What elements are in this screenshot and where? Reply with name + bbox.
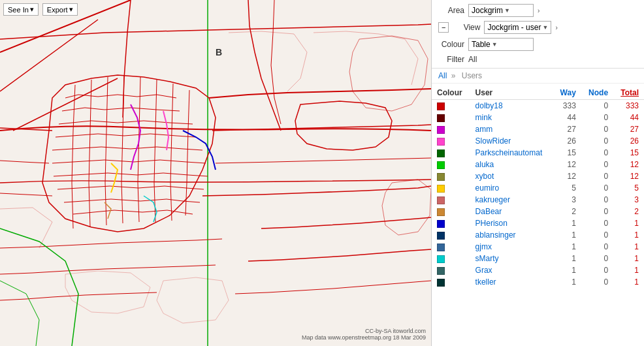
view-dropdown-arrow: ▼: [542, 24, 548, 31]
way-cell: 12: [553, 159, 581, 170]
user-cell: eumiro: [470, 182, 553, 194]
node-cell: 0: [581, 253, 613, 264]
colour-cell: [432, 135, 470, 147]
color-swatch: [437, 114, 445, 122]
view-label: View: [454, 23, 480, 32]
user-link[interactable]: SlowRider: [475, 136, 511, 146]
total-cell: 27: [613, 123, 644, 135]
user-cell: amm: [470, 123, 553, 135]
view-value: Jockgrim - user: [487, 23, 541, 32]
way-cell: 1: [553, 217, 581, 229]
user-link[interactable]: ablansinger: [475, 230, 516, 240]
way-cell: 26: [553, 135, 581, 147]
colour-cell: [432, 159, 470, 170]
user-link[interactable]: dolby18: [475, 101, 503, 110]
user-link[interactable]: Parkscheinautomat: [475, 148, 543, 157]
filter-value: All: [468, 55, 477, 64]
map-area: B See In ▾ Export ▾ CC-by-SA itoworld.co…: [0, 0, 431, 346]
colour-label: Colour: [438, 40, 464, 49]
export-button[interactable]: Export ▾: [42, 3, 78, 16]
view-minus-button[interactable]: −: [438, 22, 449, 33]
user-link[interactable]: amm: [475, 125, 493, 134]
table-body: dolby183330333mink44044amm27027SlowRider…: [432, 100, 644, 289]
node-cell: 0: [581, 217, 613, 229]
node-cell: 0: [581, 241, 613, 253]
view-chevron[interactable]: ›: [555, 24, 557, 31]
user-cell: dolby18: [470, 100, 553, 112]
table-row: dolby183330333: [432, 100, 644, 112]
user-link[interactable]: mink: [475, 113, 492, 122]
user-link[interactable]: kakrueger: [475, 195, 510, 204]
color-swatch: [437, 220, 445, 228]
area-value: Jockgrim: [472, 6, 503, 15]
total-cell: 1: [613, 264, 644, 276]
user-cell: Grax: [470, 264, 553, 276]
total-cell: 3: [613, 194, 644, 206]
user-cell: aluka: [470, 159, 553, 170]
way-cell: 1: [553, 264, 581, 276]
way-cell: 27: [553, 123, 581, 135]
way-cell: 333: [553, 100, 581, 112]
table-row: eumiro505: [432, 182, 644, 194]
node-cell: 0: [581, 264, 613, 276]
table-row: Parkscheinautomat15015: [432, 147, 644, 159]
table-row: SlowRider26026: [432, 135, 644, 147]
colour-cell: [432, 229, 470, 241]
see-in-label: See In: [8, 6, 29, 14]
color-swatch: [437, 279, 445, 287]
way-cell: 1: [553, 229, 581, 241]
filter-row: Filter All: [438, 55, 637, 64]
way-cell: 15: [553, 147, 581, 159]
colour-cell: [432, 206, 470, 217]
total-cell: 12: [613, 170, 644, 182]
header-row: Colour User Way Node Total: [432, 86, 644, 100]
colour-cell: [432, 170, 470, 182]
area-dropdown[interactable]: Jockgrim ▼: [468, 4, 534, 17]
col-user: User: [470, 86, 553, 100]
view-row: − View Jockgrim - user ▼ ›: [438, 21, 637, 34]
user-link[interactable]: tkeller: [475, 277, 496, 287]
user-link[interactable]: eumiro: [475, 183, 500, 193]
way-cell: 2: [553, 206, 581, 217]
user-link[interactable]: Grax: [475, 266, 492, 275]
breadcrumb-all[interactable]: All: [438, 71, 447, 80]
node-cell: 0: [581, 276, 613, 288]
table-row: gjmx101: [432, 241, 644, 253]
colour-dropdown[interactable]: Table ▼: [468, 38, 534, 51]
color-swatch: [437, 232, 445, 240]
user-link[interactable]: gjmx: [475, 242, 492, 251]
user-cell: sMarty: [470, 253, 553, 264]
table-row: xybot12012: [432, 170, 644, 182]
node-cell: 0: [581, 135, 613, 147]
color-swatch: [437, 267, 445, 275]
area-chevron[interactable]: ›: [538, 7, 539, 14]
user-link[interactable]: PHerison: [475, 219, 507, 228]
color-swatch: [437, 208, 445, 216]
user-cell: DaBear: [470, 206, 553, 217]
table-row: sMarty101: [432, 253, 644, 264]
user-link[interactable]: aluka: [475, 160, 494, 169]
table-row: DaBear202: [432, 206, 644, 217]
total-cell: 1: [613, 241, 644, 253]
table-row: ablansinger101: [432, 229, 644, 241]
colour-cell: [432, 253, 470, 264]
total-cell: 1: [613, 253, 644, 264]
total-cell: 1: [613, 276, 644, 288]
attribution-line2: Map data www.openstreetmap.org 18 Mar 20…: [302, 334, 426, 341]
see-in-button[interactable]: See In ▾: [3, 3, 39, 16]
node-cell: 0: [581, 123, 613, 135]
colour-cell: [432, 241, 470, 253]
user-link[interactable]: sMarty: [475, 254, 499, 263]
user-link[interactable]: xybot: [475, 172, 494, 181]
user-link[interactable]: DaBear: [475, 207, 502, 216]
node-cell: 0: [581, 170, 613, 182]
color-swatch: [437, 138, 445, 146]
colour-cell: [432, 123, 470, 135]
attribution-line1: CC-by-SA itoworld.com: [302, 328, 426, 334]
view-dropdown[interactable]: Jockgrim - user ▼: [484, 21, 551, 34]
colour-value: Table: [472, 40, 491, 49]
color-swatch: [437, 244, 445, 251]
map-toolbar: See In ▾ Export ▾: [3, 3, 78, 16]
area-row: Area Jockgrim ▼ ›: [438, 4, 637, 17]
total-cell: 44: [613, 112, 644, 123]
